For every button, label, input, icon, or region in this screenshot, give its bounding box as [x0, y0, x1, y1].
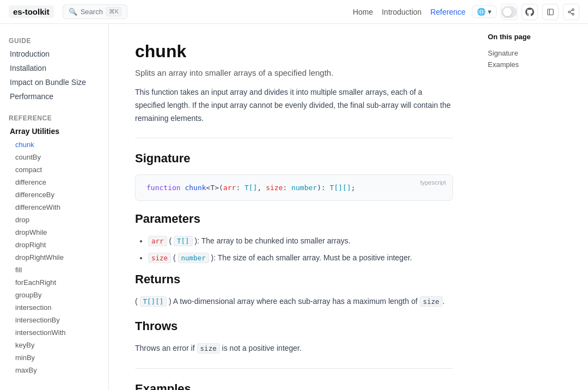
sidebar-item-dropWhile[interactable]: dropWhile: [0, 226, 108, 239]
sidebar-item-intersectionWith[interactable]: intersectionWith: [0, 326, 108, 339]
nav-link-introduction[interactable]: Introduction: [382, 8, 421, 16]
svg-point-4: [572, 13, 574, 15]
toc-item-signature[interactable]: Signature: [488, 47, 579, 59]
guide-section-label: Guide: [0, 33, 108, 47]
returns-open-paren: (: [135, 297, 140, 306]
top-navigation: es-toolkit 🔍 Search ⌘K Home Introduction…: [0, 0, 588, 24]
returns-type: T[][]: [140, 296, 167, 307]
toggle-thumb: [503, 8, 512, 16]
param-size-type: number: [178, 253, 209, 263]
param-size: size ( number ): The size of each smalle…: [148, 252, 453, 264]
page-subtitle: Splits an array into smaller arrays of a…: [135, 68, 453, 77]
search-shortcut: ⌘K: [106, 7, 121, 16]
param-arr: arr ( T[] ): The array to be chunked int…: [148, 235, 453, 247]
signature-code: function chunk<T>(arr: T[], size: number…: [146, 184, 356, 192]
page-description: This function takes an input array and d…: [135, 86, 453, 125]
returns-desc: ) A two-dimensional array where each sub…: [167, 297, 420, 306]
param-arr-type: T[]: [174, 236, 193, 246]
sidebar-item-dropRight[interactable]: dropRight: [0, 239, 108, 251]
sidebar-item-dropRightWhile[interactable]: dropRightWhile: [0, 251, 108, 264]
throws-size-code: size: [197, 343, 220, 354]
toc-item-examples[interactable]: Examples: [488, 59, 579, 70]
nav-link-reference[interactable]: Reference: [430, 8, 465, 16]
throws-desc-end: is not a positive integer.: [220, 344, 302, 352]
github-icon: [525, 8, 534, 16]
svg-point-3: [568, 11, 571, 13]
nav-links: Home Introduction Reference: [353, 8, 465, 16]
language-button[interactable]: 🌐 ▾: [472, 5, 497, 18]
nav-link-home[interactable]: Home: [353, 8, 373, 16]
search-bar[interactable]: 🔍 Search ⌘K: [63, 4, 128, 19]
array-utilities-label: Array Utilities: [0, 124, 108, 138]
theme-toggle-button[interactable]: [501, 6, 517, 18]
search-icon: 🔍: [69, 8, 77, 16]
sidebar-item-minBy[interactable]: minBy: [0, 351, 108, 364]
throws-desc-start: Throws an error if: [135, 344, 197, 352]
param-arr-name: arr: [148, 236, 167, 246]
returns-section-title: Returns: [135, 272, 453, 287]
toc-title: On this page: [488, 33, 579, 41]
chevron-down-icon: ▾: [488, 8, 492, 16]
svg-point-2: [572, 9, 574, 10]
sidebar-item-fill[interactable]: fill: [0, 264, 108, 276]
divider-2: [135, 368, 453, 369]
search-placeholder: Search: [81, 8, 103, 16]
sidebar-item-impact-bundle[interactable]: Impact on Bundle Size: [0, 75, 108, 89]
parameters-section-title: Parameters: [135, 212, 453, 226]
sidebar-item-differenceWith[interactable]: differenceWith: [0, 201, 108, 214]
share-button[interactable]: [563, 4, 579, 20]
sidebar-item-introduction[interactable]: Introduction: [0, 47, 108, 61]
throws-section-title: Throws: [135, 319, 453, 333]
layout-button[interactable]: [542, 4, 559, 20]
reference-section-label: Reference: [0, 110, 108, 124]
lang-icon: 🌐: [477, 8, 486, 16]
sidebar-item-difference[interactable]: difference: [0, 176, 108, 188]
sidebar-item-compact[interactable]: compact: [0, 163, 108, 176]
divider-1: [135, 138, 453, 138]
signature-section-title: Signature: [135, 151, 453, 166]
sidebar: Guide Introduction Installation Impact o…: [0, 24, 109, 390]
content-area: chunk Splits an array into smaller array…: [109, 24, 479, 390]
parameters-list: arr ( T[] ): The array to be chunked int…: [135, 235, 453, 264]
param-size-type-paren: (: [173, 253, 178, 262]
throws-text: Throws an error if size is not a positiv…: [135, 342, 453, 355]
sidebar-item-intersection[interactable]: intersection: [0, 301, 108, 314]
svg-rect-0: [548, 9, 554, 15]
main-area: chunk Splits an array into smaller array…: [109, 24, 588, 390]
sidebar-item-performance[interactable]: Performance: [0, 89, 108, 103]
sidebar-item-chunk[interactable]: chunk: [0, 138, 108, 151]
sidebar-item-installation[interactable]: Installation: [0, 61, 108, 75]
topnav-left: es-toolkit 🔍 Search ⌘K: [9, 4, 127, 19]
sidebar-item-maxBy[interactable]: maxBy: [0, 364, 108, 376]
main-layout: Guide Introduction Installation Impact o…: [0, 24, 588, 390]
param-arr-desc: ): The array to be chunked into smaller …: [193, 236, 351, 245]
topnav-right: Home Introduction Reference 🌐 ▾: [353, 4, 579, 20]
share-icon: [567, 8, 575, 16]
svg-line-5: [570, 12, 572, 13]
page-title: chunk: [135, 41, 453, 62]
param-arr-type-paren: (: [169, 236, 174, 245]
table-of-contents: On this page Signature Examples: [479, 24, 588, 390]
code-lang-label: typescript: [420, 179, 446, 186]
nav-icons: 🌐 ▾: [472, 4, 579, 20]
sidebar-item-groupBy[interactable]: groupBy: [0, 289, 108, 301]
dark-mode-toggle[interactable]: [501, 4, 517, 20]
param-size-desc: ): The size of each smaller array. Must …: [209, 253, 412, 262]
github-button[interactable]: [522, 4, 538, 20]
sidebar-item-intersectionBy[interactable]: intersectionBy: [0, 314, 108, 326]
returns-size-code: size: [420, 296, 443, 307]
sidebar-item-countBy[interactable]: countBy: [0, 151, 108, 163]
sidebar-item-forEachRight[interactable]: forEachRight: [0, 276, 108, 289]
sidebar-item-drop[interactable]: drop: [0, 214, 108, 226]
sidebar-item-keyBy[interactable]: keyBy: [0, 339, 108, 351]
param-size-name: size: [148, 253, 171, 263]
logo: es-toolkit: [9, 5, 54, 18]
returns-text: ( T[][] ) A two-dimensional array where …: [135, 295, 453, 308]
signature-code-block: typescript function chunk<T>(arr: T[], s…: [135, 174, 453, 201]
returns-period: .: [443, 297, 445, 306]
sidebar-item-differenceBy[interactable]: differenceBy: [0, 188, 108, 201]
examples-section-title: Examples: [135, 382, 453, 390]
svg-line-6: [570, 10, 572, 11]
layout-icon: [547, 8, 554, 16]
